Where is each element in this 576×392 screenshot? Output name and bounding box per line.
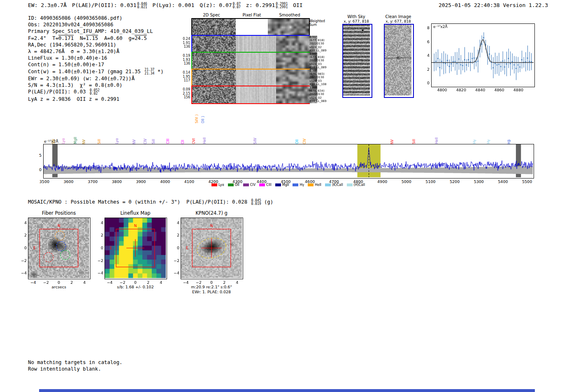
fit-x-tick: 4880 xyxy=(506,88,531,92)
frame-stats-mid1: N= xyxy=(74,35,86,41)
plae-lo: 0.021 xyxy=(137,6,147,9)
plae-line-uncertainty: 0.0520.02 xyxy=(90,89,100,96)
gmag-value: 24.5 xyxy=(135,35,147,41)
lineflux-map-canvas xyxy=(105,218,166,278)
kpno-xlabel2: EWr: 1. PLAE: 0.028 xyxy=(181,290,242,294)
cont-w-post: *) xyxy=(154,69,163,74)
fiber3-pixelflat-image xyxy=(236,70,276,86)
p-lya-value: P(Lyα): 0.001 xyxy=(153,2,195,8)
fiber2-shot: v024_03 xyxy=(309,63,335,66)
plae-poii-value: P(LAE)/P(OII): 0.031 xyxy=(72,2,137,8)
with-sky-image xyxy=(343,25,370,95)
lineflux-map-y-tick: 4 xyxy=(91,220,103,225)
col-header-pixelflat: Pixel Flat xyxy=(234,13,270,17)
fiber2-2dspec-image xyxy=(192,53,236,70)
clean-image-xy: x, y: 677, 818 xyxy=(379,19,417,23)
qz-group: Q(z): 0.070.070.07 xyxy=(200,2,241,8)
legend-swatch xyxy=(243,183,249,186)
spectrum-x-tick: 4400 xyxy=(249,179,274,184)
line-fit-canvas xyxy=(432,24,534,86)
spectrum-x-tick: 4800 xyxy=(346,179,370,184)
line-label-SiII: SiII xyxy=(52,139,56,144)
weighted-sum-label: Weighted Sum xyxy=(309,19,335,27)
spectrum-x-tick: 5500 xyxy=(515,179,539,184)
spec2d-row-fiber3 xyxy=(191,69,310,87)
line-label-CIV: CIV xyxy=(144,139,147,144)
spectrum-x-tick: 5200 xyxy=(442,179,467,184)
fiber3-date: 20220130 xyxy=(309,76,335,79)
legend-swatch xyxy=(211,183,217,186)
lineflux-map-xlabel: s/b: 1.68 +/- 0.102 xyxy=(105,285,166,289)
full-spectrum-canvas xyxy=(44,144,533,177)
fiber-positions-y-tick: 0 xyxy=(14,246,27,250)
frame-stats-pre: F=2.4" T= xyxy=(28,35,58,41)
fit-y-tick: 6 xyxy=(417,39,430,44)
line-label-CIV: CIV xyxy=(303,139,307,144)
spec2d-row-weighted xyxy=(191,18,310,37)
fiber1-id: 136 xyxy=(179,45,190,49)
fiber4-2dspec-image xyxy=(192,86,236,103)
kpno-g-y-tick: −4 xyxy=(167,271,179,275)
header-summary: EW: 2.3±0.7ÅP(LAE)/P(OII): 0.0310.0460.0… xyxy=(28,2,303,9)
weighted-2dspec-image xyxy=(192,19,236,36)
z-uncertainty: 0.29910.2991 xyxy=(276,2,288,9)
fiber4-date: 20220130 xyxy=(309,93,335,96)
spectrum-x-tick: 3800 xyxy=(105,179,129,184)
spectrum-x-tick: 5400 xyxy=(490,179,515,184)
fiber1-date: 20220130 xyxy=(309,42,335,45)
spectrum-flux-units-label: e⁻¹⁷x2Å xyxy=(44,139,58,144)
fiber4-amp: 410_LL_069 xyxy=(309,100,335,103)
plae-poii-group: P(LAE)/P(OII): 0.0310.0460.021 xyxy=(72,2,147,8)
fiber2-pixelflat-image xyxy=(236,53,276,70)
fiber2-detail-labels: 1.19" (677, 818) 20220130 v024_03 410_LL… xyxy=(309,52,335,69)
lineflux-map-plot xyxy=(105,218,167,279)
fit-y-tick: 8 xyxy=(417,26,430,30)
legend-swatch xyxy=(293,183,298,186)
fiber4-id: 156 xyxy=(179,95,190,100)
col-header-smoothed: Smoothed xyxy=(271,13,308,17)
cont-w-pre: Cont(w) = 1.40(±0.01)e-17 (gmag 21.35 xyxy=(28,69,144,74)
info-sn-chi: S/N = 4.3(±1.3) χ² = 0.8(±0.0) xyxy=(28,82,164,88)
with-sky-image-frame xyxy=(342,24,372,98)
fiber1-weight-labels: 0.24 1.91 136 xyxy=(179,37,190,49)
footer-note-2: Row intentionally blank. xyxy=(28,366,101,372)
mosaic-match-line: MOSAIC/KPNO : Possible Matches = 0 (with… xyxy=(28,199,273,206)
line-label-CIII: CIII xyxy=(166,139,170,144)
col-header-2dspec: 2D Spec xyxy=(191,13,232,17)
fiber-positions-x-tick: 4 xyxy=(72,280,97,285)
legend-swatch xyxy=(325,183,331,186)
info-cont-w: Cont(w) = 1.40(±0.01)e-17 (gmag 21.35 21… xyxy=(28,68,164,75)
spectrum-x-tick: 5000 xyxy=(394,179,419,184)
lineflux-map-x-tick: 4 xyxy=(149,280,173,285)
fiber-positions-y-tick: −2 xyxy=(14,258,27,263)
mosaic-uncertainty: 0.0450.019 xyxy=(251,199,261,206)
weighted-smoothed-image xyxy=(268,19,309,36)
cont-w-lo: 21.34 xyxy=(144,72,154,75)
spectrum-x-tick: 4000 xyxy=(153,179,177,184)
cont-w-uncertainty: 21.3721.34 xyxy=(144,68,154,75)
n-value: 1.15 xyxy=(86,35,98,41)
weighted-label-line2: Sum xyxy=(309,23,335,27)
kpno-plot xyxy=(181,218,243,279)
clean-image-title: Clean Image xyxy=(382,14,415,19)
fiber1-dist: 0.91" xyxy=(309,35,335,39)
fiber3-xy: (676, 983) xyxy=(309,72,335,76)
spectrum-y-tick: 0 xyxy=(29,167,42,172)
fiber3-dist: 1.39" xyxy=(309,69,335,72)
kpno-canvas xyxy=(181,218,242,278)
line-label-SiII: SiII xyxy=(98,139,101,144)
fiber2-weight-labels: 0.19 1.93 136 xyxy=(179,54,190,66)
spectrum-x-tick: 4600 xyxy=(297,179,322,184)
full-spectrum-plot xyxy=(43,144,534,179)
with-sky-title: With Sky xyxy=(341,14,372,19)
fiber2-seeing: 1.93 xyxy=(179,58,190,62)
fiber-positions-y-tick: 2 xyxy=(14,233,27,237)
spectrum-y-tick: 5 xyxy=(29,153,42,158)
fiber3-shot: v024_03 xyxy=(309,79,335,83)
line-label-HeII: HeII xyxy=(435,137,439,144)
line-label-CII: CII xyxy=(181,140,185,144)
legend-swatch xyxy=(275,183,281,186)
legend-swatch xyxy=(259,183,265,186)
fiber2-dist: 1.19" xyxy=(309,52,335,56)
lineflux-map-title: Lineflux Map xyxy=(105,210,166,216)
